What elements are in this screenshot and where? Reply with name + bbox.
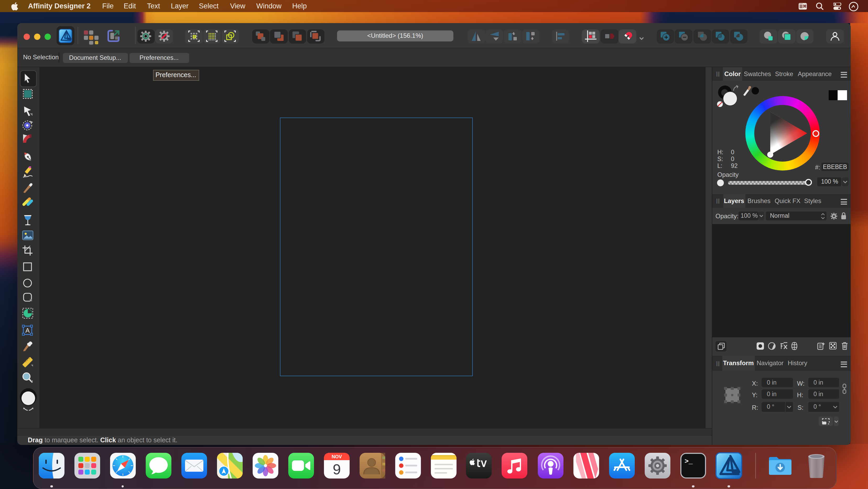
svg-text:A: A bbox=[25, 326, 30, 334]
svg-text:9: 9 bbox=[332, 461, 340, 477]
svg-text:>_: >_ bbox=[685, 457, 693, 465]
svg-text:⌘: ⌘ bbox=[803, 4, 807, 8]
svg-text:NOV: NOV bbox=[331, 454, 341, 459]
